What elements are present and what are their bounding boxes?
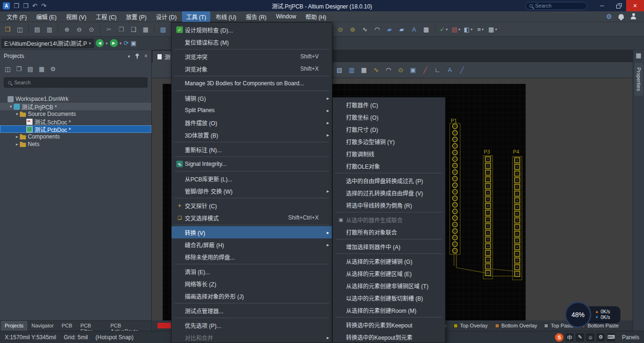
open-doc-icon[interactable]: ❒ — [23, 3, 29, 9]
emoji-icon[interactable]: ☺ — [586, 333, 594, 342]
panel-copy-icon[interactable]: ❐ — [16, 65, 22, 73]
paste-button[interactable]: ❑ — [128, 24, 139, 35]
tree-item-source-documents[interactable]: ▾Source Documents — [0, 110, 151, 118]
print-button[interactable]: ▥ — [44, 24, 55, 35]
tools-menu-item-25[interactable]: 缝合孔/屏蔽 (H)▸ — [172, 238, 332, 251]
convert-submenu-item-3[interactable]: 打散尺寸 (D) — [333, 123, 445, 135]
new-doc-icon[interactable]: ❐ — [14, 3, 19, 9]
path-dropdown-icon[interactable]: ▾ — [89, 41, 91, 46]
tools-menu-item-34[interactable]: 优先选项 (P)... — [172, 319, 332, 331]
handwriting-icon[interactable]: ✎ — [576, 333, 584, 342]
arc-tool-button[interactable]: ◠ — [372, 24, 383, 35]
pad-place-button[interactable]: ⊙ — [395, 65, 406, 76]
convert-submenu-item-9[interactable]: 选择的过孔转换成自由焊盘 (V) — [333, 187, 445, 199]
panel-tab-pcb-activeroute[interactable]: PCB ActiveRoute — [107, 321, 151, 331]
convert-submenu-item-8[interactable]: 选中的自由焊盘转换成过孔 (P) — [333, 174, 445, 187]
board-insight-button[interactable]: ▥ — [346, 65, 357, 76]
tools-menu-item-16[interactable]: ∿Signal Integrity... — [172, 158, 332, 170]
route-button[interactable]: ∿ — [371, 65, 382, 76]
forward-button[interactable]: ▶ — [110, 39, 118, 47]
menubar-item-11[interactable]: 帮助 (H) — [301, 11, 330, 22]
save-button[interactable]: ◫ — [14, 24, 25, 35]
tools-menu-item-26[interactable]: 移除未使用的焊盘... — [172, 251, 332, 263]
mask-level-button[interactable]: ◧▾ — [462, 24, 474, 35]
panels-button[interactable]: Panels — [622, 334, 639, 341]
zoom-in-button[interactable]: ⊕ — [61, 24, 73, 35]
convert-submenu-item-19[interactable]: 从选择的元素创建非铺铜区域 (T) — [333, 279, 445, 292]
text-button[interactable]: A — [444, 65, 455, 76]
close-panel-icon[interactable]: × — [144, 53, 148, 59]
panel-dropdown-icon[interactable]: ▾ — [128, 54, 130, 59]
tools-menu-item-24[interactable]: 转换 (V)▸ — [172, 226, 332, 238]
tree-item-components[interactable]: ▸Components — [0, 133, 151, 140]
redo-icon[interactable]: ↷ — [41, 3, 46, 9]
menubar-item-3[interactable]: 视图 (V) — [62, 11, 91, 22]
open-button[interactable]: ❒ — [2, 24, 13, 35]
convert-submenu-item-5[interactable]: 打散调制线 — [333, 147, 445, 160]
layer-tab-top-overlay[interactable]: Top Overlay — [454, 323, 488, 328]
string-tool-button[interactable]: A — [408, 24, 420, 35]
layer-sets-button[interactable]: ▤▾ — [450, 24, 462, 35]
via-tool-button[interactable]: ⊚ — [347, 24, 358, 35]
panel-save-icon[interactable]: ◫ — [5, 65, 10, 73]
measure-button[interactable]: ∟ — [432, 65, 443, 76]
plane-tool-button[interactable]: ▰ — [396, 24, 407, 35]
lang-mode-icon[interactable]: 中 — [565, 333, 574, 342]
array-tool-button[interactable]: ▦ — [421, 24, 432, 35]
back-dropdown[interactable]: ▾ — [106, 41, 108, 46]
menubar-item-2[interactable]: 编辑 (E) — [32, 11, 61, 22]
panel-structure-icon[interactable]: ▦ — [39, 65, 44, 73]
panel-tab-navigator[interactable]: Navigator — [28, 321, 58, 331]
image-button[interactable]: ▣ — [407, 65, 419, 76]
tools-menu-item-10[interactable]: Split Planes▸ — [172, 104, 332, 116]
panel-tab-pcb-filter[interactable]: PCB Filter — [76, 321, 106, 331]
speed-widget[interactable]: 48% — [565, 302, 591, 328]
expander-icon[interactable]: ▸ — [14, 142, 20, 147]
arc-edit-button[interactable]: ◠ — [383, 65, 394, 76]
blueline-button[interactable]: ╱ — [456, 65, 468, 76]
forward-dropdown[interactable]: ▾ — [120, 41, 122, 46]
toolbox-icon[interactable]: ⚙ — [596, 333, 605, 342]
menubar-item-10[interactable]: Window — [272, 12, 300, 21]
document-path-input[interactable]: E:\AltiumDesigner14\测试\测试.P ▾ — [1, 39, 94, 48]
tools-menu-item-1[interactable]: ✓设计规则检查 (D)... — [172, 24, 332, 36]
keyboard-icon[interactable]: ⌨ — [607, 333, 615, 342]
pin-icon[interactable] — [135, 53, 140, 59]
layer-tab-bottom-overlay[interactable]: Bottom Overlay — [495, 323, 537, 328]
menubar-item-5[interactable]: 放置 (P) — [122, 11, 150, 22]
convert-submenu-item-21[interactable]: 从选择的元素创建Room (M) — [333, 304, 445, 316]
zoom-fit-button[interactable]: ⊖ — [74, 24, 85, 35]
grid-button[interactable]: ▦ — [358, 65, 370, 76]
tools-menu-item-18[interactable]: 从PCB库更新 (L)... — [172, 172, 332, 185]
convert-submenu-item-15[interactable]: 增加选择到器件中 (A) — [333, 240, 445, 253]
dimension-button[interactable]: ≡▾ — [475, 24, 486, 35]
tree-item-nets[interactable]: ▸Nets — [0, 140, 151, 148]
notifications-bell-icon[interactable] — [619, 14, 624, 19]
tools-menu-item-29[interactable]: 网络等长 (Z) — [172, 278, 332, 290]
tools-menu-item-21[interactable]: +交叉探针 (C) — [172, 199, 332, 212]
convert-submenu-item-4[interactable]: 打散多边型铺铜 (Y) — [333, 135, 445, 147]
refresh-button[interactable]: ⟳ — [124, 40, 129, 47]
tree-item-pcbdoc[interactable]: 测试.PcbDoc * — [0, 125, 151, 133]
tools-menu-item-22[interactable]: ❏交叉选择模式Shift+Ctrl+X — [172, 212, 332, 224]
properties-tab[interactable]: Properties — [635, 63, 643, 96]
tools-menu-item-2[interactable]: 复位错误标志 (M) — [172, 36, 332, 48]
convert-submenu-item-18[interactable]: 从选择的元素创建区域 (E) — [333, 267, 445, 279]
expander-icon[interactable]: ▾ — [8, 104, 14, 109]
convert-submenu-item-17[interactable]: 从选择的元素创建铺铜 (G) — [333, 255, 445, 267]
cut-button[interactable]: ✂ — [103, 24, 115, 35]
convert-submenu-item-2[interactable]: 打散坐标 (O) — [333, 111, 445, 123]
grid-settings-button[interactable]: ▦▾ — [487, 24, 498, 35]
settings-gear-icon[interactable]: ⚙ — [606, 13, 612, 20]
menubar-item-6[interactable]: 设计 (D) — [152, 11, 181, 22]
minimize-button[interactable]: ─ — [594, 0, 610, 11]
select-area-button[interactable]: ▧ — [157, 24, 169, 35]
close-button[interactable]: × — [626, 0, 644, 11]
track-tool-button[interactable]: ∿ — [359, 24, 371, 35]
tools-menu-item-5[interactable]: 浏览对象Shift+X — [172, 63, 332, 75]
convert-submenu-item-13[interactable]: 打散所有的对象联合 — [333, 226, 445, 238]
panel-tab-projects[interactable]: Projects — [1, 321, 27, 331]
expander-icon[interactable]: ▸ — [14, 134, 20, 139]
fill-tool-button[interactable]: ▰ — [384, 24, 395, 35]
menubar-item-4[interactable]: 工程 (C) — [91, 11, 121, 22]
